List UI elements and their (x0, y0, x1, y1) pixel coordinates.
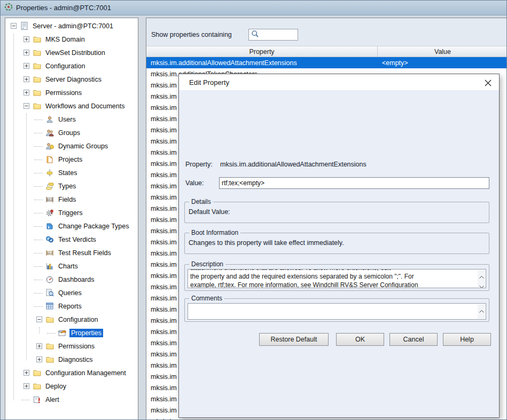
tree-item-dashboards[interactable]: Dashboards (5, 273, 138, 286)
column-header-property[interactable]: Property (146, 46, 378, 57)
tree-item-label[interactable]: MKS Domain (44, 35, 87, 44)
scroll-down-icon[interactable] (479, 281, 484, 288)
expand-icon[interactable] (36, 343, 42, 349)
tree-item-label[interactable]: Properties (69, 329, 103, 337)
description-textarea[interactable]: attachment extensions that are allowed. … (188, 269, 486, 288)
collapse-icon[interactable] (11, 23, 17, 29)
table-row[interactable]: mksis.im.additionalAllowedAttachmentExte… (146, 57, 507, 68)
tree-item-reports[interactable]: Reports (5, 299, 138, 313)
expand-icon[interactable] (24, 63, 29, 69)
tree-item-alert[interactable]: Alert (5, 393, 138, 406)
scroll-up-icon[interactable] (479, 305, 484, 315)
scroll-down-icon[interactable] (479, 315, 484, 320)
tree-item-label[interactable]: Configuration Management (44, 369, 128, 377)
tree-item-dynamic-groups[interactable]: Dynamic Groups (5, 139, 138, 153)
tree-item-label[interactable]: Users (57, 115, 77, 124)
tree-item-label[interactable]: Permissions (57, 342, 96, 351)
tree-item-label[interactable]: Types (57, 182, 77, 191)
tree-item-label[interactable]: Dynamic Groups (57, 142, 110, 150)
tree-item-label[interactable]: Diagnostics (57, 355, 95, 364)
tree-item-groups[interactable]: Groups (5, 126, 138, 139)
tree-item-configuration[interactable]: Configuration (5, 313, 138, 326)
tree-item-configuration[interactable]: Configuration (5, 59, 138, 73)
tree-item-queries[interactable]: Queries (5, 286, 138, 299)
tree-item-states[interactable]: States (5, 166, 138, 179)
tree-item-triggers[interactable]: Triggers (5, 206, 138, 219)
tree-item-label[interactable]: Server Diagnostics (44, 75, 103, 84)
close-icon[interactable] (484, 79, 492, 86)
tree-item-deploy[interactable]: Deploy (5, 379, 138, 393)
tree-item-label[interactable]: Fields (57, 195, 77, 204)
tree-item-permissions[interactable]: Permissions (5, 86, 138, 99)
tree-connector (36, 286, 45, 299)
tree-item-label[interactable]: Permissions (44, 89, 83, 97)
expand-icon[interactable] (24, 370, 29, 376)
comments-textarea[interactable] (188, 303, 486, 320)
value-cell[interactable]: <empty> (378, 59, 507, 67)
tree-item-label[interactable]: Queries (57, 289, 83, 297)
search-input[interactable] (261, 30, 295, 39)
tree-item-label[interactable]: Server - admin@PTC:7001 (31, 22, 115, 30)
tree-item-viewset-distribution[interactable]: ViewSet Distribution (5, 46, 138, 59)
expand-icon[interactable] (24, 76, 29, 82)
restore-default-button[interactable]: Restore Default (259, 333, 329, 346)
tree-item-server-admin-ptc-7001[interactable]: Server - admin@PTC:7001 (5, 19, 138, 33)
description-scrollbar[interactable] (478, 270, 485, 287)
scroll-up-icon[interactable] (479, 271, 484, 281)
tree-item-projects[interactable]: Projects (5, 153, 138, 166)
tree-item-mks-domain[interactable]: MKS Domain (5, 33, 138, 46)
comments-group: Comments (184, 298, 489, 322)
tree-item-label[interactable]: Test Verdicts (57, 235, 98, 244)
tree-item-label[interactable]: Change Package Types (57, 222, 131, 231)
tree-item-label[interactable]: Configuration (44, 62, 87, 70)
expand-icon[interactable] (24, 383, 29, 389)
collapse-icon[interactable] (24, 103, 29, 109)
tree-item-permissions[interactable]: Permissions (5, 339, 138, 353)
expand-icon[interactable] (36, 356, 42, 362)
tree-item-properties[interactable]: Properties (5, 326, 138, 339)
property-cell[interactable]: mksis.im (146, 418, 378, 420)
tree-connector (36, 299, 45, 313)
alert-icon (32, 395, 42, 404)
tree-item-label[interactable]: ViewSet Distribution (44, 49, 107, 57)
tree-item-label[interactable]: Triggers (57, 209, 84, 217)
cancel-button[interactable]: Cancel (389, 333, 438, 346)
value-input[interactable] (219, 177, 489, 189)
column-header-value[interactable]: Value (378, 46, 507, 57)
tree-item-label[interactable]: Test Result Fields (57, 249, 113, 257)
ok-button[interactable]: OK (336, 333, 384, 346)
tree-item-label[interactable]: Charts (57, 262, 80, 271)
search-box[interactable] (248, 29, 298, 41)
tree-item-label[interactable]: Dashboards (57, 275, 96, 284)
tree-item-test-verdicts[interactable]: Test Verdicts (5, 233, 138, 246)
tree-item-label[interactable]: Configuration (57, 315, 99, 324)
property-cell[interactable]: mksis.im.additionalAllowedAttachmentExte… (146, 59, 378, 67)
tree-connector (36, 246, 45, 259)
tree-item-server-diagnostics[interactable]: Server Diagnostics (5, 73, 138, 86)
change-package-icon (45, 222, 54, 231)
tree-item-change-package-types[interactable]: Change Package Types (5, 219, 138, 233)
tree-item-charts[interactable]: Charts (5, 259, 138, 273)
expand-icon[interactable] (24, 50, 29, 56)
tree-item-label[interactable]: States (57, 169, 79, 177)
tree-item-label[interactable]: Projects (57, 155, 84, 164)
tree-item-workflows-and-documents[interactable]: Workflows and Documents (5, 99, 138, 113)
tree-item-fields[interactable]: abcFields (5, 193, 138, 206)
tree-item-test-result-fields[interactable]: abcTest Result Fields (5, 246, 138, 259)
dashboard-icon (45, 275, 54, 284)
tree-item-label[interactable]: Workflows and Documents (44, 102, 126, 110)
tree-item-label[interactable]: Groups (57, 129, 82, 137)
tree-item-types[interactable]: Types (5, 179, 138, 193)
help-button[interactable]: Help (443, 333, 491, 346)
tree-item-label[interactable]: Deploy (44, 382, 68, 391)
collapse-icon[interactable] (36, 316, 42, 322)
tree-item-configuration-management[interactable]: Configuration Management (5, 366, 138, 379)
expand-icon[interactable] (24, 36, 29, 42)
tree-item-label[interactable]: Alert (44, 395, 61, 404)
tree-item-users[interactable]: Users (5, 113, 138, 126)
comments-scrollbar[interactable] (478, 304, 485, 319)
tree-item-label[interactable]: Reports (57, 302, 83, 311)
tree-item-diagnostics[interactable]: Diagnostics (5, 353, 138, 366)
tree-connector (36, 139, 45, 153)
expand-icon[interactable] (24, 90, 29, 96)
